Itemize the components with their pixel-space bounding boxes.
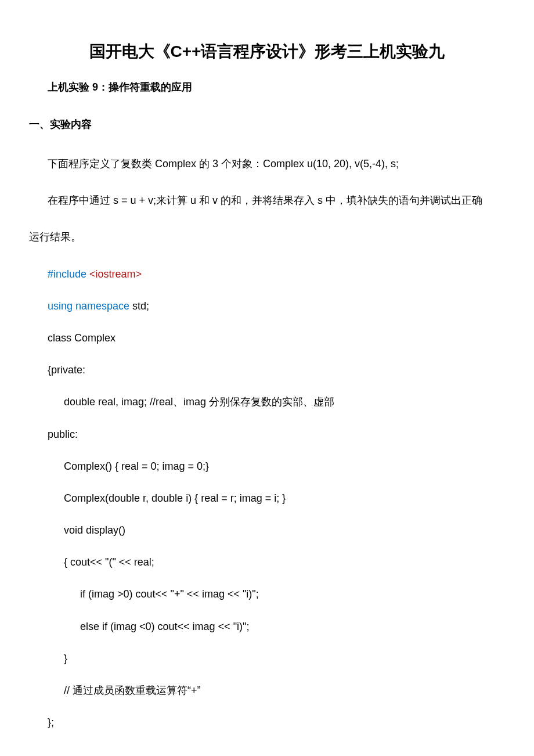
code-line-13: } [64,646,505,671]
keyword-using-namespace: using namespace [48,300,129,312]
paragraph-2b: 运行结果。 [29,225,505,250]
code-line-1: #include <iostream> [48,262,505,287]
code-line-10: { cout<< "(" << real; [64,550,505,575]
code-line-12: else if (imag <0) cout<< imag << "i)"; [80,614,505,639]
section-heading-1: 一、实验内容 [29,117,505,131]
code-line-8: Complex(double r, double i) { real = r; … [64,486,505,511]
code-line-11: if (imag >0) cout<< "+" << imag << "i)"; [80,582,505,607]
code-line-5: double real, imag; //real、imag 分别保存复数的实部… [64,390,505,415]
paragraph-1: 下面程序定义了复数类 Complex 的 3 个对象：Complex u(10,… [48,152,505,177]
document-page: 国开电大《C++语言程序设计》形考三上机实验九 上机实验 9：操作符重载的应用 … [0,0,534,756]
code-line-2: using namespace std; [48,294,505,319]
code-line-4: {private: [48,358,505,383]
header-iostream: <iostream> [89,268,142,280]
document-title: 国开电大《C++语言程序设计》形考三上机实验九 [29,41,505,63]
code-line-6: public: [48,422,505,447]
code-line-14: // 通过成员函数重载运算符“+” [64,678,505,703]
code-text: std; [129,300,149,312]
code-line-15: }; [48,710,505,735]
paragraph-2a: 在程序中通过 s = u + v;来计算 u 和 v 的和，并将结果存入 s 中… [48,188,505,213]
keyword-include: #include [48,268,86,280]
code-line-3: class Complex [48,326,505,351]
experiment-subtitle: 上机实验 9：操作符重载的应用 [48,80,505,94]
code-line-7: Complex() { real = 0; imag = 0;} [64,454,505,479]
code-line-9: void display() [64,518,505,543]
